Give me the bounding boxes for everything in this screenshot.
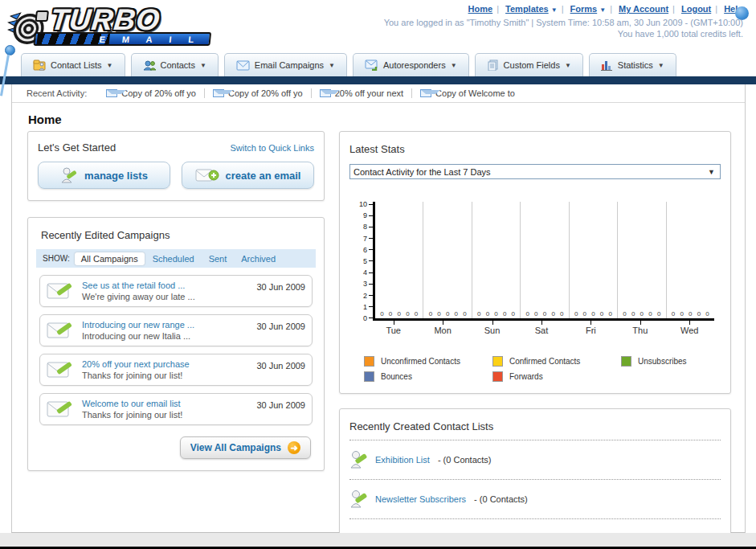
contact-list-row[interactable]: Newsletter Subscribers - (0 Contacts) — [349, 486, 721, 512]
create-email-button[interactable]: create an email — [182, 162, 314, 189]
legend-item: Confirmed Contacts — [492, 356, 621, 367]
envelope-edit-icon — [47, 320, 74, 341]
contact-list-count: - (0 Contacts) — [474, 494, 528, 504]
manage-lists-label: manage lists — [84, 170, 148, 182]
arrow-right-icon: ➜ — [288, 441, 300, 454]
dotted-divider — [349, 440, 721, 440]
campaign-title-link[interactable]: See us at the retail food ... — [82, 281, 256, 290]
recent-activity-item[interactable]: Copy of Welcome to — [412, 88, 523, 98]
campaign-title-link[interactable]: Welcome to our email list — [82, 399, 256, 408]
people-icon — [143, 59, 156, 71]
campaign-subtitle: We're giving away our late ... — [82, 292, 256, 301]
top-nav-home[interactable]: Home — [468, 4, 493, 14]
filter-scheduled[interactable]: Scheduled — [146, 252, 201, 265]
tab-statistics[interactable]: Statistics▼ — [589, 53, 676, 76]
switch-quick-links-link[interactable]: Switch to Quick Links — [230, 143, 314, 153]
filter-archived[interactable]: Archived — [235, 252, 282, 265]
campaigns-filter-bar: SHOW: All Campaigns Scheduled Sent Archi… — [36, 249, 316, 268]
tab-custom-fields[interactable]: Custom Fields▼ — [475, 53, 583, 76]
campaign-row[interactable]: See us at the retail food ... We're givi… — [39, 275, 313, 307]
contact-list-row[interactable]: Exhibition List - (0 Contacts) — [349, 447, 721, 473]
campaign-row[interactable]: 20% off your next purchase Thanks for jo… — [39, 354, 313, 386]
contact-list-count: - (0 Contacts) — [438, 455, 492, 465]
legend-item: Unsubscribes — [621, 356, 721, 367]
legend-item: Forwards — [492, 371, 621, 382]
recent-activity-item[interactable]: Copy of 20% off yo — [98, 88, 205, 98]
main-nav: Contact Lists▼ Contacts▼ Email Campaigns… — [0, 53, 756, 76]
recent-activity-label: Recent Activity: — [27, 88, 87, 98]
tab-label: Statistics — [618, 60, 653, 70]
view-all-campaigns-button[interactable]: View All Campaigns ➜ — [180, 436, 311, 459]
show-label: SHOW: — [43, 254, 70, 263]
campaign-subtitle: Thanks for joining our list! — [82, 371, 256, 380]
x-tick-label: Tue — [369, 321, 418, 335]
get-started-title: Let's Get Started — [38, 141, 116, 154]
chart-day-group: 00000 — [666, 202, 714, 318]
contact-list-link[interactable]: Exhibition List — [375, 455, 430, 465]
legend-swatch — [364, 356, 374, 367]
chart-day-group: 00000 — [520, 202, 568, 318]
chart-day-group: 00000 — [423, 202, 471, 318]
tab-email-campaigns[interactable]: Email Campaigns▼ — [224, 53, 347, 76]
top-nav-templates[interactable]: Templates — [505, 4, 549, 14]
campaign-date: 30 Jun 2009 — [256, 400, 305, 410]
stats-period-dropdown[interactable]: Contact Activity for the Last 7 Days ▼ — [349, 164, 721, 179]
y-tick-label: 5 — [363, 259, 373, 264]
x-tick-label: Fri — [566, 321, 615, 335]
envelope-icon — [213, 89, 224, 97]
x-tick-label: Sat — [517, 321, 566, 335]
top-nav-logout[interactable]: Logout — [681, 4, 711, 14]
top-nav-my-account[interactable]: My Account — [619, 4, 668, 14]
tab-contacts[interactable]: Contacts▼ — [131, 53, 219, 76]
chevron-down-icon: ▼ — [708, 168, 715, 176]
create-email-label: create an email — [226, 170, 301, 182]
chevron-down-icon: ▼ — [329, 62, 335, 69]
x-tick-label: Mon — [418, 321, 467, 335]
decorative-pin-dot — [5, 45, 15, 55]
y-tick-label: 9 — [363, 213, 373, 218]
legend-swatch — [364, 371, 374, 382]
y-tick-label: 4 — [363, 270, 373, 275]
filter-sent[interactable]: Sent — [202, 252, 234, 265]
turbo-email-logo: TURBO E M A I L — [2, 3, 223, 48]
chevron-down-icon: ▼ — [599, 6, 606, 14]
pages-icon — [487, 59, 499, 71]
login-status: You are logged in as "Timothy Smith" | S… — [384, 18, 743, 27]
person-pencil-icon — [349, 450, 367, 469]
bar-chart-icon — [601, 59, 613, 71]
campaign-row[interactable]: Introducing our new range ... Introducin… — [39, 314, 313, 346]
chart-day-group: 00000 — [617, 202, 665, 318]
tab-autoresponders[interactable]: Autoresponders▼ — [353, 53, 469, 76]
navy-divider-bar — [0, 76, 756, 84]
chart-x-axis: TueMonSunSatFriThuWed — [369, 321, 714, 335]
chevron-down-icon: ▼ — [565, 62, 571, 69]
tab-contact-lists[interactable]: Contact Lists▼ — [21, 53, 125, 76]
recent-activity-item[interactable]: 20% off your next — [312, 88, 412, 98]
campaign-title-link[interactable]: 20% off your next purchase — [82, 359, 256, 369]
envelope-arrow-icon — [365, 59, 378, 71]
filter-all-campaigns[interactable]: All Campaigns — [75, 252, 145, 265]
logo-email-text: E M A I L — [99, 35, 202, 44]
envelope-plus-icon — [195, 167, 219, 183]
manage-lists-button[interactable]: manage lists — [38, 162, 170, 189]
y-tick-label: 0 — [363, 316, 373, 321]
recent-campaigns-panel: Recently Edited Campaigns SHOW: All Camp… — [27, 217, 325, 471]
legend-swatch — [492, 356, 503, 367]
contact-list-link[interactable]: Newsletter Subscribers — [375, 494, 466, 504]
chart-day-group: 00000 — [375, 202, 423, 318]
get-started-panel: Let's Get Started Switch to Quick Links … — [27, 131, 325, 201]
campaign-title-link[interactable]: Introducing our new range ... — [82, 320, 256, 330]
chevron-down-icon: ▼ — [658, 62, 664, 69]
legend-swatch — [621, 356, 631, 367]
envelope-icon — [106, 89, 117, 97]
chart-day-group: 00000 — [569, 202, 617, 318]
contact-activity-chart: 109876543210 000000000000000000000000000… — [359, 202, 714, 335]
campaign-row[interactable]: Welcome to our email list Thanks for joi… — [39, 393, 313, 425]
dotted-divider — [349, 479, 721, 480]
recent-activity-item[interactable]: Copy of 20% off yo — [205, 88, 312, 98]
top-nav-forms[interactable]: Forms — [570, 4, 598, 14]
header: TURBO E M A I L Home| Templates ▼| Forms… — [0, 0, 756, 50]
x-tick-label: Wed — [665, 321, 714, 335]
chevron-down-icon: ▼ — [107, 62, 113, 69]
chart-day-group: 00000 — [472, 202, 520, 318]
